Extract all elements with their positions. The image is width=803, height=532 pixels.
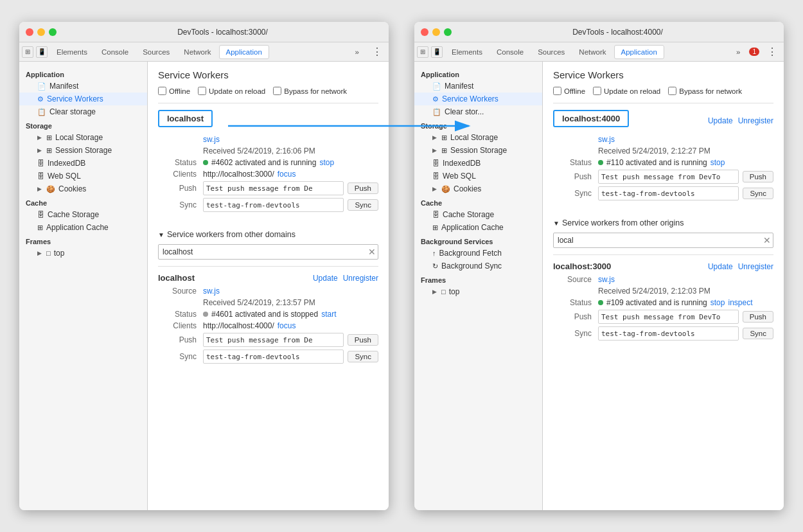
sidebar-clear-storage-right[interactable]: 📋 Clear stor...	[414, 105, 542, 118]
sidebar-clear-storage-left[interactable]: 📋 Clear storage	[19, 105, 147, 118]
bypass-checkbox-left[interactable]	[273, 87, 281, 95]
tab-sources-right[interactable]: Sources	[531, 46, 571, 58]
update-on-reload-checkbox-right[interactable]	[593, 87, 601, 95]
offline-option-right[interactable]: Offline	[553, 87, 585, 95]
other-domains-header-left[interactable]: ▼ Service workers from other domains	[158, 230, 378, 239]
minimize-button-left[interactable]	[37, 28, 45, 36]
sidebar-top-left[interactable]: ▶ □ top	[19, 247, 147, 260]
other-origins-header-right[interactable]: ▼ Service workers from other origins	[553, 218, 773, 227]
tab-network-right[interactable]: Network	[572, 46, 612, 58]
other-sw-update-right[interactable]: Update	[708, 262, 733, 271]
sw-source-link-left[interactable]: sw.js	[203, 135, 220, 144]
other-sw-push-btn-left[interactable]: Push	[348, 334, 378, 346]
sidebar-service-workers-right[interactable]: ⚙ Service Workers	[414, 93, 542, 105]
other-sw-focus-link-left[interactable]: focus	[278, 321, 296, 330]
tab-application-left[interactable]: Application	[219, 45, 269, 59]
sidebar-indexeddb-left[interactable]: 🗄 IndexedDB	[19, 157, 147, 170]
maximize-button-right[interactable]	[444, 28, 452, 36]
update-on-reload-checkbox-left[interactable]	[198, 87, 206, 95]
sidebar-manifest-right[interactable]: 📄 Manifest	[414, 80, 542, 93]
bypass-checkbox-right[interactable]	[668, 87, 676, 95]
sidebar-service-workers-left[interactable]: ⚙ Service Workers	[19, 93, 147, 105]
close-button-right[interactable]	[421, 28, 428, 36]
sidebar-local-storage-left[interactable]: ▶ ⊞ Local Storage	[19, 131, 147, 144]
other-sw-unregister-left[interactable]: Unregister	[343, 274, 378, 283]
sw-focus-link-left[interactable]: focus	[278, 170, 296, 179]
main-sw-push-btn-right[interactable]: Push	[743, 171, 773, 182]
sw-push-btn-left[interactable]: Push	[348, 182, 378, 194]
main-sw-sync-btn-right[interactable]: Sync	[743, 188, 773, 199]
other-sw-source-link-left[interactable]: sw.js	[203, 287, 220, 296]
other-sw-source-link-right[interactable]: sw.js	[598, 275, 615, 284]
filter-clear-right[interactable]: ✕	[763, 236, 771, 245]
tab-more-right[interactable]: »	[731, 48, 745, 56]
tab-more-left[interactable]: »	[350, 48, 364, 56]
sidebar-indexeddb-right[interactable]: 🗄 IndexedDB	[414, 157, 542, 170]
sidebar-local-storage-right[interactable]: ▶ ⊞ Local Storage	[414, 131, 542, 144]
offline-checkbox-right[interactable]	[553, 87, 561, 95]
other-sw-sync-input-left[interactable]	[203, 350, 344, 364]
main-sw-unregister-right[interactable]: Unregister	[738, 116, 773, 125]
sidebar-cookies-left[interactable]: ▶ 🍪 Cookies	[19, 182, 147, 195]
sidebar-manifest-left[interactable]: 📄 Manifest	[19, 80, 147, 93]
other-sw-stop-link-right[interactable]: stop	[710, 298, 725, 307]
sw-sync-btn-left[interactable]: Sync	[348, 199, 378, 211]
tab-sources-left[interactable]: Sources	[136, 46, 176, 58]
update-on-reload-option-left[interactable]: Update on reload	[198, 87, 265, 95]
other-sw-inspect-link-right[interactable]: inspect	[728, 298, 752, 307]
filter-input-left[interactable]	[158, 244, 378, 260]
update-on-reload-option-right[interactable]: Update on reload	[593, 87, 660, 95]
bypass-option-right[interactable]: Bypass for network	[668, 87, 742, 95]
maximize-button-left[interactable]	[49, 28, 57, 36]
sidebar-session-storage-right[interactable]: ▶ ⊞ Session Storage	[414, 144, 542, 157]
tab-console-right[interactable]: Console	[490, 46, 530, 58]
device-icon-left[interactable]: 📱	[36, 46, 48, 58]
other-sw-start-link-left[interactable]: start	[321, 310, 336, 319]
sidebar-cache-storage-right[interactable]: 🗄 Cache Storage	[414, 208, 542, 221]
sidebar-app-cache-left[interactable]: ⊞ Application Cache	[19, 221, 147, 234]
sidebar-bg-fetch-right[interactable]: ↑ Background Fetch	[414, 247, 542, 260]
other-sw-push-btn-right[interactable]: Push	[743, 311, 773, 323]
sw-stop-link-left[interactable]: stop	[319, 158, 334, 167]
sidebar-session-storage-left[interactable]: ▶ ⊞ Session Storage	[19, 144, 147, 157]
close-button-left[interactable]	[26, 28, 33, 36]
offline-option-left[interactable]: Offline	[158, 87, 190, 95]
tab-console-left[interactable]: Console	[95, 46, 135, 58]
tab-menu-left[interactable]: ⋮	[368, 46, 386, 58]
sw-sync-input-left[interactable]	[203, 198, 344, 212]
main-sw-stop-link-right[interactable]: stop	[710, 158, 725, 167]
sidebar-cookies-right[interactable]: ▶ 🍪 Cookies	[414, 182, 542, 195]
other-sw-unregister-right[interactable]: Unregister	[738, 262, 773, 271]
filter-input-right[interactable]	[553, 233, 773, 248]
sidebar-app-cache-right[interactable]: ⊞ Application Cache	[414, 221, 542, 234]
main-sw-sync-input-right[interactable]	[598, 186, 739, 200]
sidebar-websql-right[interactable]: 🗄 Web SQL	[414, 170, 542, 182]
minimize-button-right[interactable]	[432, 28, 440, 36]
tab-elements-left[interactable]: Elements	[50, 46, 94, 58]
other-sw-sync-btn-left[interactable]: Sync	[348, 351, 378, 362]
options-row-left: Offline Update on reload Bypass for netw…	[158, 87, 378, 95]
filter-clear-left[interactable]: ✕	[368, 247, 376, 256]
device-icon-right[interactable]: 📱	[431, 46, 443, 58]
tab-elements-right[interactable]: Elements	[445, 46, 489, 58]
other-sw-update-left[interactable]: Update	[313, 274, 338, 283]
other-sw-push-input-left[interactable]	[203, 333, 344, 347]
devtools-icon-left[interactable]: ⊞	[22, 46, 33, 58]
other-sw-sync-btn-right[interactable]: Sync	[743, 328, 773, 339]
other-sw-push-input-right[interactable]	[598, 310, 739, 324]
main-sw-update-right[interactable]: Update	[708, 116, 733, 125]
sidebar-cache-storage-left[interactable]: 🗄 Cache Storage	[19, 208, 147, 221]
main-sw-push-input-right[interactable]	[598, 170, 739, 184]
tab-network-left[interactable]: Network	[177, 46, 217, 58]
bypass-option-left[interactable]: Bypass for network	[273, 87, 347, 95]
sidebar-bg-sync-right[interactable]: ↻ Background Sync	[414, 260, 542, 272]
tab-menu-right[interactable]: ⋮	[763, 46, 781, 58]
other-sw-sync-input-right[interactable]	[598, 326, 739, 341]
sidebar-websql-left[interactable]: 🗄 Web SQL	[19, 170, 147, 182]
tab-application-right[interactable]: Application	[614, 45, 664, 59]
offline-checkbox-left[interactable]	[158, 87, 166, 95]
sidebar-top-right[interactable]: ▶ □ top	[414, 285, 542, 298]
devtools-icon-right[interactable]: ⊞	[417, 46, 428, 58]
sw-push-input-left[interactable]	[203, 181, 344, 195]
main-sw-source-link-right[interactable]: sw.js	[598, 135, 615, 144]
